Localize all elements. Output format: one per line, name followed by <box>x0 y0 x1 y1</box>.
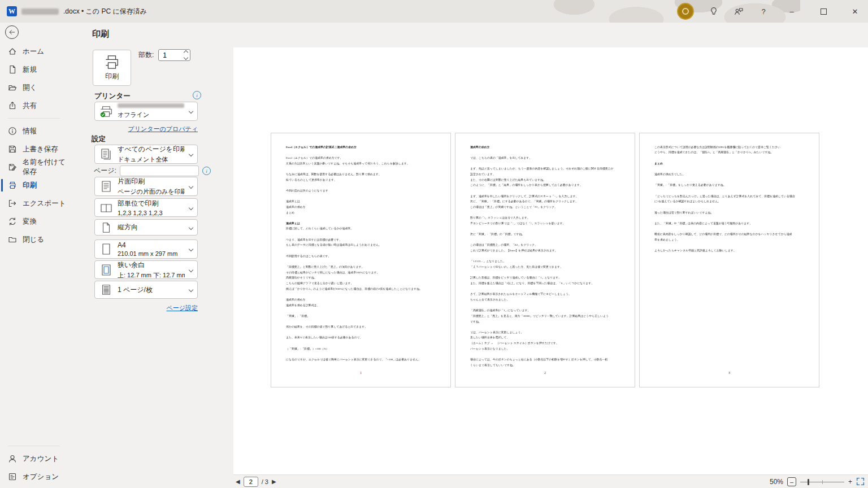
pages-per-sheet-dropdown[interactable]: 1 ページ/枚 <box>94 281 198 299</box>
doc-text-line: ※コンピュータでの割り算では「÷」ではなく「/」スラッシュを使います。 <box>470 221 626 227</box>
doc-text-line: また、本来%で表示したい場合は100倍する必要があるので、 <box>286 336 442 342</box>
sidebar-item-label: 情報 <box>23 127 37 136</box>
page-setup-link[interactable]: ページ設定 <box>166 304 198 311</box>
copies-label: 部数: <box>138 50 154 60</box>
pages-range-input[interactable] <box>120 165 199 176</box>
sidebar-item-info[interactable]: 情報 <box>0 122 68 140</box>
print-range-dropdown[interactable]: すべてのページを印刷 ドキュメント全体 <box>94 145 198 164</box>
sidebar-item-save-as[interactable]: 名前を付けて保存 <box>0 158 68 176</box>
sidebar-item-label: 開く <box>23 83 37 93</box>
chevron-down-icon <box>189 267 193 272</box>
backstage-header-strip <box>233 23 868 47</box>
doc-text-line: こちらの縦棒グラフで見ると分かり易いと思います。 <box>286 281 442 287</box>
doc-text-line <box>286 352 442 358</box>
doc-text-line <box>286 184 442 189</box>
margins-dropdown[interactable]: 狭い余白 上: 12.7 mm 下: 12.7 mm… <box>94 260 198 279</box>
info-icon <box>8 127 17 136</box>
back-button[interactable] <box>5 25 19 39</box>
zoom-slider[interactable] <box>800 478 844 486</box>
doc-text-line: 違った場合は逆で割り算すればいいですよね。 <box>654 211 810 216</box>
printer-dropdown[interactable]: オフライン <box>94 102 198 121</box>
preview-page-1: Excel（エクセル）での達成率の計算式｜達成率の求め方 Excel（エクセル）… <box>271 133 451 387</box>
doc-text-line <box>286 330 442 336</box>
help-icon[interactable]: ? <box>758 6 769 16</box>
zoom-in-button[interactable]: + <box>848 478 852 486</box>
lightbulb-icon[interactable] <box>709 6 719 16</box>
feedback-icon[interactable] <box>734 6 744 16</box>
sidebar-item-print[interactable]: 印刷 <box>0 176 68 194</box>
dropdown-line1: A4 <box>118 241 185 249</box>
doc-text-line: 「え？パーセントで出ないの」と思った方、見た目は後で変更できます。 <box>470 265 626 271</box>
back-arrow-icon <box>8 28 16 36</box>
doc-text-line <box>286 232 442 238</box>
doc-text-line: このように、「目標」と「結果」の場所をしっかり表から把握しておく必要があります。 <box>470 184 626 189</box>
doc-text-line: 達成率とは <box>286 199 442 205</box>
printer-section-label: プリンター <box>94 91 131 101</box>
printer-info-icon[interactable]: i <box>193 91 201 99</box>
printer-properties-link[interactable]: プリンターのプロパティ <box>128 125 198 132</box>
preview-page-3: この表示形式について説明が必要な方は説明動画のURLを概要欄に貼っておくので是非… <box>639 133 819 387</box>
sidebar-item-close[interactable]: 閉じる <box>0 230 68 249</box>
stepper-down-icon[interactable] <box>184 55 188 60</box>
sidebar-item-save[interactable]: 上書き保存 <box>0 140 68 158</box>
minimize-button[interactable]: – <box>783 0 800 23</box>
stepper-up-icon[interactable] <box>184 50 188 55</box>
zoom-slider-thumb[interactable] <box>808 479 809 485</box>
doc-text-line: この場合は「売上」が実績ですね。ということで「F2」をクリック。 <box>470 205 626 211</box>
previous-page-button[interactable]: ◀ <box>236 479 240 485</box>
doc-text-line: また、「実績」や「目標」は表の内容によって言葉が違う可能性があります。 <box>654 221 810 227</box>
account-icon <box>8 454 17 463</box>
dropdown-line1: 部単位で印刷 <box>118 199 185 208</box>
zoom-out-button[interactable]: – <box>787 477 796 486</box>
sidebar-item-home[interactable]: ホーム <box>0 42 68 60</box>
doc-text-line <box>654 243 810 249</box>
doc-text-line: 目標に対して、どれくらい達成しているかが達成率。 <box>286 227 442 233</box>
sidebar-item-options[interactable]: オプション <box>0 468 68 486</box>
backstage-sidebar: ホーム 新規 開く 共有 情報 上書き保存 <box>0 23 68 488</box>
doc-text-line <box>286 293 442 298</box>
doc-text-line <box>654 189 810 194</box>
maximize-button[interactable] <box>815 0 832 23</box>
doc-text-line: 「目標売上」と「売上」を見ると、両方「30000」でピッタリ一致しています。計算… <box>470 314 626 320</box>
pages-label: ページ: <box>94 166 116 176</box>
doc-text-line <box>470 238 626 243</box>
page-number: 3 <box>640 371 819 374</box>
page-2-text: 達成率の求め方 では、こちらの表の「達成率」を出してみます。 まず、先ほど言って… <box>470 145 626 369</box>
account-avatar[interactable] <box>677 3 694 20</box>
chevron-down-icon <box>189 109 193 114</box>
close-button[interactable]: ✕ <box>847 0 863 23</box>
next-page-button[interactable]: ▶ <box>272 479 276 485</box>
sidebar-item-new[interactable]: 新規 <box>0 60 68 79</box>
doc-text-line <box>286 249 442 254</box>
print-preview-canvas[interactable]: Excel（エクセル）での達成率の計算式｜達成率の求め方 Excel（エクセル）… <box>233 47 868 474</box>
sidebar-item-transform[interactable]: 変換 <box>0 212 68 230</box>
sidebar-item-label: 閉じる <box>23 235 44 245</box>
copies-input[interactable] <box>159 50 182 60</box>
doc-text-line: 次に、「実績」÷「目標」にする必要があるので、「実績」の場所をクリックします。 <box>470 199 626 205</box>
doc-text-line: また、目標を超えた場合は「1以上」になり、目標を下回った場合は、「0.」いくつか… <box>470 281 626 287</box>
zoom-slider-midtick <box>822 480 823 484</box>
options-icon <box>8 472 17 481</box>
current-page-input[interactable] <box>244 477 258 487</box>
sidebar-item-account[interactable]: アカウント <box>0 450 68 468</box>
doc-text-line <box>470 211 626 216</box>
page-number: 2 <box>455 371 635 374</box>
sidebar-item-open[interactable]: 開く <box>0 79 68 97</box>
collation-dropdown[interactable]: 部単位で印刷 1,2,3 1,2,3 1,2,3 <box>94 198 198 217</box>
print-button[interactable]: 印刷 <box>93 50 131 86</box>
printer-status: オフライン <box>118 111 185 119</box>
orientation-dropdown[interactable]: 縦方向 <box>94 219 198 236</box>
doc-text-line: （「実績」÷「目標」）×100（%） <box>286 347 442 352</box>
duplex-dropdown[interactable]: 片面印刷 ページの片面のみを印刷します <box>94 177 198 196</box>
copies-stepper[interactable] <box>158 49 190 61</box>
paper-size-dropdown[interactable]: A4 210.01 mm x 297 mm <box>94 239 198 259</box>
sidebar-item-export[interactable]: エクスポート <box>0 194 68 212</box>
doc-text-line: 「1.1533…」となりました。 <box>470 260 626 265</box>
doc-text-line: 達成率の求め方 <box>286 205 442 211</box>
zoom-to-page-icon[interactable] <box>856 477 865 486</box>
doc-text-line: 直したい場所全体を選択して、 <box>470 336 626 342</box>
doc-text-line <box>286 260 442 265</box>
sidebar-item-share[interactable]: 共有 <box>0 97 68 115</box>
chevron-down-icon <box>189 247 193 251</box>
pages-info-icon[interactable]: i <box>202 167 211 175</box>
